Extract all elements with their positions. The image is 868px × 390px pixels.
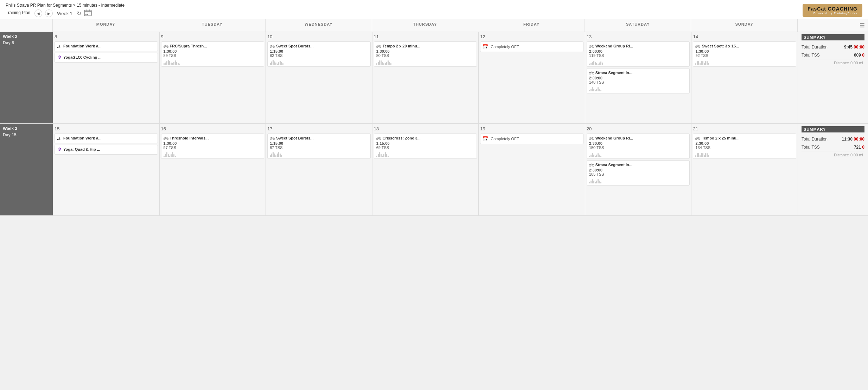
week3-day15-num: 15 [55,125,158,132]
week2-day-9: 9 FRC/Supra Thresh... 1:30:00 89 TSS [159,32,266,123]
bike-icon: ⇄ [57,44,62,48]
week3-off-title: Completely OFF [491,137,519,141]
week2-wgr1-duration: 2:00:00 [589,49,688,53]
week2-total-tss-row: Total TSS 609 0 [802,51,864,59]
calendar-button[interactable] [84,9,92,18]
week3-day-18: 18 Crisscross: Zone 3... 1:15:00 69 TSS [372,124,479,215]
week2-frc-graph [164,59,262,65]
week-label: Week 1 [57,11,72,16]
week2-workout-ssi1[interactable]: Strava Segment In... 2:00:00 148 TSS [587,68,690,93]
bike-icon-4 [376,44,381,48]
week3-duration-label: Total Duration [802,137,828,142]
week3-tempo2-tss: 134 TSS [695,145,794,150]
week3-workout-threshold[interactable]: Threshold Intervals... 1:30:00 97 TSS [161,134,264,159]
week3-day-21: 21 Tempo 2 x 25 minu... 2:30:00 134 TSS [691,124,798,215]
week2-workout-frc[interactable]: FRC/Supra Thresh... 1:30:00 89 TSS [161,41,264,67]
next-week-button[interactable]: ▶ [45,9,53,17]
week3-tss-label: Total TSS [802,145,820,150]
off-icon: 📅 [483,44,489,50]
week2-ssi1-duration: 2:00:00 [589,76,688,80]
week3-ssi2-title: Strava Segment In... [595,163,632,167]
plan-title: Training Plan [6,10,30,15]
week2-day-11: 11 Tempo 2 x 20 minu... 1:30:00 80 TSS [372,32,479,123]
week2-workout-ss2[interactable]: Sweet Spot: 3 x 15... 1:30:00 92 TSS [693,41,796,67]
week2-label: Week 2 [3,34,50,39]
week3-day21-num: 21 [693,125,796,132]
prev-week-button[interactable]: ◀ [34,9,42,17]
off-icon-2: 📅 [483,136,489,142]
week2-wgr1-title: Weekend Group Ri... [595,44,633,48]
bike-icon-5 [589,44,594,48]
sunday-header: SUNDAY [691,19,798,32]
week3-workout-yoga[interactable]: ⏱ Yoga: Quad & Hip ... [55,145,158,155]
week2-workout-wgr1[interactable]: Weekend Group Ri... 2:00:00 119 TSS [587,41,690,67]
week3-wgr2-duration: 2:30:00 [589,141,688,145]
week2-frc-tss: 89 TSS [164,53,262,58]
week2-ss1-title: Sweet Spot Bursts... [276,44,313,48]
week3-workout-foundation[interactable]: ⇄ Foundation Work a... [55,134,158,143]
tuesday-header: TUESDAY [159,19,266,32]
week2-day-14: 14 Sweet Spot: 3 x 15... 1:30:00 92 TSS [691,32,798,123]
week2-day13-num: 13 [587,33,690,40]
week2-distance-label: Distance [834,61,849,65]
week3-day-16: 16 Threshold Intervals... 1:30:00 97 TSS [159,124,266,215]
week3-workout-crisscross[interactable]: Crisscross: Zone 3... 1:15:00 69 TSS [374,134,477,159]
bike-icon-6 [589,70,594,75]
week3-off-card[interactable]: 📅 Completely OFF [480,134,583,144]
week3-label: Week 3 [3,126,50,131]
calendar-header: MONDAY TUESDAY WEDNESDAY THURSDAY FRIDAY… [0,19,868,32]
week2-day-start: Day 8 [3,40,50,45]
powered-text: Powered by TrainingPeaks [808,12,857,15]
week3-row: Week 3 Day 15 15 ⇄ Foundation Work a... … [0,124,868,215]
top-left: Phil's Strava PR Plan for Segments > 15 … [6,3,125,18]
week2-frc-title: FRC/Supra Thresh... [170,44,207,48]
week2-workout-foundation[interactable]: ⇄ Foundation Work a... [55,41,158,51]
week2-day8-num: 8 [55,33,158,40]
week3-ss3-duration: 1:15:00 [270,141,368,145]
week3-day18-num: 18 [374,125,477,132]
week3-day19-num: 19 [480,125,583,132]
top-bar: Phil's Strava PR Plan for Segments > 15 … [0,0,868,19]
week-nav: ◀ ▶ Week 1 ↻ [34,9,92,18]
week2-row: Week 2 Day 8 8 ⇄ Foundation Work a... ⏱ … [0,32,868,123]
week3-tempo2-duration: 2:30:00 [695,141,794,145]
week3-wgr2-title: Weekend Group Ri... [595,136,633,140]
week2-ssi1-tss: 148 TSS [589,80,688,84]
week3-workout-ss3[interactable]: Sweet Spot Bursts... 1:15:00 87 TSS [267,134,371,159]
week2-wgr1-tss: 119 TSS [589,53,688,58]
week2-ssi1-graph [589,86,688,91]
week3-summary: SUMMARY Total Duration 11:30 00:00 Total… [798,124,868,215]
menu-icon[interactable]: ☰ [798,19,868,32]
bike-icon-9 [164,136,168,141]
bike-icon-3 [270,44,275,48]
svg-rect-6 [89,13,90,13]
week2-ss2-tss: 92 TSS [695,53,794,58]
week2-summary: SUMMARY Total Duration 9:45 00:00 Total … [798,32,868,123]
week3-workout-tempo2[interactable]: Tempo 2 x 25 minu... 2:30:00 134 TSS [693,134,796,159]
week2-day9-num: 9 [161,33,264,40]
week3-ssi2-tss: 185 TSS [589,172,688,176]
svg-rect-4 [85,13,87,13]
week2-tss-label: Total TSS [802,53,820,58]
week3-crisscross-title: Crisscross: Zone 3... [383,136,421,140]
week2-workout-sweetspot1[interactable]: Sweet Spot Bursts... 1:15:00 82 TSS [267,41,371,67]
bike-icon-11 [376,136,381,141]
week2-ss1-duration: 1:15:00 [270,49,368,53]
week2-workout-yoga[interactable]: ⏱ YogaGLO: Cycling ... [55,53,158,63]
bike-icon-2 [164,44,168,48]
week3-workout-ssi2[interactable]: Strava Segment In... 2:30:00 185 TSS [587,160,690,186]
week3-crisscross-tss: 69 TSS [376,145,475,150]
week3-ss3-tss: 87 TSS [270,145,368,150]
week3-label-cell: Week 3 Day 15 [0,124,53,215]
refresh-button[interactable]: ↻ [77,10,81,17]
week3-workout-wgr2[interactable]: Weekend Group Ri... 2:30:00 150 TSS [587,134,690,159]
week2-off-card[interactable]: 📅 Completely OFF [480,41,583,52]
week2-day-12: 12 📅 Completely OFF [478,32,585,123]
svg-rect-5 [87,13,88,13]
week3-day-20: 20 Weekend Group Ri... 2:30:00 150 TSS [585,124,691,215]
thursday-header: THURSDAY [372,19,479,32]
week3-threshold-graph [164,151,262,157]
brand-logo: FasCat COACHING Powered by TrainingPeaks [803,4,862,17]
week2-workout-tempo1[interactable]: Tempo 2 x 20 minu... 1:30:00 80 TSS [374,41,477,67]
bike-icon-12 [589,136,594,141]
